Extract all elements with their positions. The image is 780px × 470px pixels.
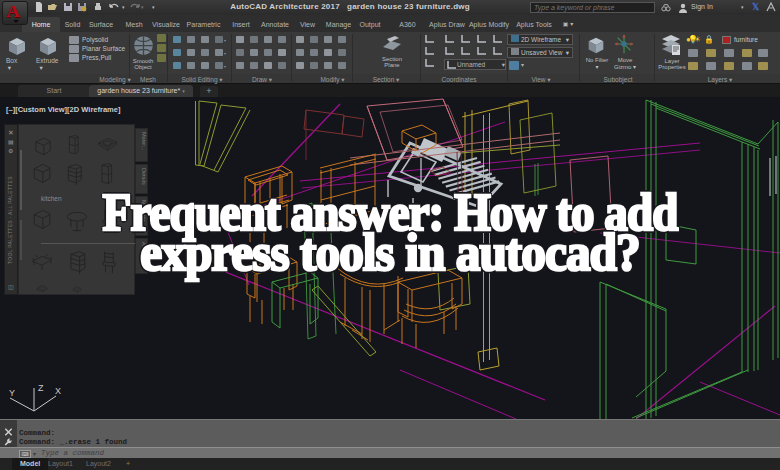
svg-text:Y: Y (9, 388, 15, 398)
svg-text:X: X (55, 386, 61, 396)
svg-text:Z: Z (38, 383, 44, 393)
